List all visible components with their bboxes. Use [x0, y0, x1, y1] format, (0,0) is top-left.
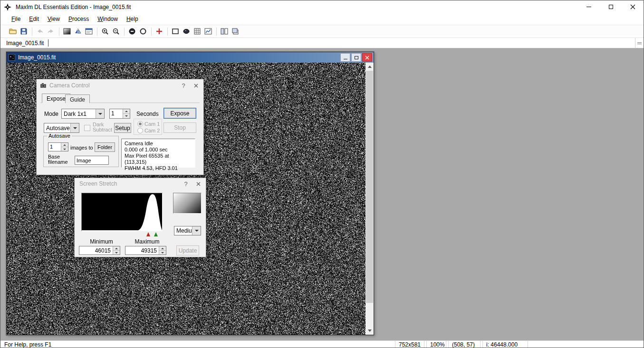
stretch-preview: [173, 193, 202, 214]
select-rectangle-button[interactable]: [170, 26, 181, 37]
image-window-close-button[interactable]: [362, 53, 372, 62]
mode-label: Mode: [44, 111, 58, 117]
cascade-windows-button[interactable]: [230, 26, 240, 37]
stop-button[interactable]: Stop: [163, 122, 196, 133]
seconds-label: Seconds: [136, 111, 159, 117]
minimum-marker-icon[interactable]: [146, 232, 150, 236]
arrow-up-icon: [368, 66, 372, 68]
screen-stretch-close-button[interactable]: [192, 179, 204, 188]
camera-icon: [183, 28, 190, 35]
autosave-mode-select[interactable]: Autosave: [44, 123, 79, 133]
histogram-panel: [81, 193, 163, 231]
tab-scroll-control[interactable]: [635, 38, 644, 48]
tab-guide[interactable]: Guide: [65, 94, 90, 103]
undo-button[interactable]: [35, 26, 45, 37]
flip-button[interactable]: [73, 26, 83, 37]
app-icon: [4, 3, 11, 11]
images-to-label: images to: [70, 145, 93, 150]
screen-stretch-icon: [63, 28, 71, 35]
pan-button[interactable]: [138, 26, 148, 37]
menu-window[interactable]: Window: [93, 14, 122, 24]
pan-icon: [139, 28, 147, 35]
camera-control-titlebar[interactable]: Camera Control ?: [37, 79, 203, 92]
spin-up-button[interactable]: [113, 246, 120, 251]
window-controls: [578, 0, 644, 13]
zoom-in-button[interactable]: [100, 26, 110, 37]
image-window-maximize-button[interactable]: [351, 53, 361, 62]
minimize-button[interactable]: [578, 0, 600, 13]
spin-up-button[interactable]: [123, 109, 130, 114]
menu-process[interactable]: Process: [64, 14, 93, 24]
maximum-value: 49315: [125, 246, 159, 254]
statusbar: For Help, press F1 752x581 100% (508, 57…: [0, 340, 644, 348]
maximum-marker-icon[interactable]: [154, 232, 158, 236]
spin-down-button[interactable]: [159, 251, 166, 254]
folder-button[interactable]: Folder: [95, 142, 115, 152]
cam2-radio[interactable]: [137, 128, 143, 133]
maximum-spinner[interactable]: 49315: [125, 246, 166, 255]
dark-subtract-checkbox[interactable]: [84, 125, 90, 131]
screen-stretch-help-button[interactable]: ?: [180, 179, 192, 188]
autosave-mode-value: Autosave: [44, 125, 70, 132]
image-window-titlebar[interactable]: Image_0015.fit: [7, 52, 374, 63]
stretch-preset-select[interactable]: Medium: [174, 226, 201, 235]
autosave-count-spinner[interactable]: 1: [48, 142, 68, 151]
close-icon: [194, 84, 198, 88]
spin-up-button[interactable]: [159, 246, 166, 251]
pixel-grid-button[interactable]: [192, 26, 202, 37]
close-icon: [630, 4, 635, 9]
screen-stretch-dialog: Screen Stretch ? Medium Minimum Ma: [74, 178, 206, 257]
image-window-minimize-button[interactable]: [340, 53, 350, 62]
maximize-icon: [609, 5, 613, 9]
mode-select[interactable]: Dark 1x1: [61, 109, 105, 119]
window-title: MaxIm DL Essentials Edition - Image_0015…: [16, 4, 131, 10]
mode-value: Dark 1x1: [62, 111, 96, 117]
graph-window-button[interactable]: [203, 26, 213, 37]
arrow-up-icon: [125, 111, 128, 112]
flip-vertical-icon: [74, 28, 82, 35]
camera-control-button[interactable]: [181, 26, 192, 37]
maximize-button[interactable]: [600, 0, 622, 13]
screen-stretch-button[interactable]: [62, 26, 72, 37]
spin-down-button[interactable]: [113, 251, 120, 254]
base-filename-input[interactable]: Image: [75, 156, 109, 165]
document-tabbar: Image_0015.fit: [0, 38, 644, 48]
scrollbar-thumb[interactable]: [366, 71, 373, 303]
open-button[interactable]: [8, 26, 18, 37]
scroll-up-button[interactable]: [365, 63, 374, 71]
tile-windows-button[interactable]: [219, 26, 230, 37]
zoom-reduce-button[interactable]: [127, 26, 137, 37]
setup-button[interactable]: Setup: [114, 123, 131, 133]
menu-file[interactable]: File: [7, 14, 25, 24]
camera-status-line4: FWHM 4.53, HFD 3.01: [125, 165, 192, 171]
save-button[interactable]: [19, 26, 29, 37]
screen-stretch-titlebar[interactable]: Screen Stretch ?: [75, 178, 206, 189]
close-icon: [196, 182, 201, 186]
vertical-scrollbar[interactable]: [365, 63, 374, 335]
save-icon: [20, 28, 28, 35]
spin-up-button[interactable]: [61, 143, 68, 147]
menu-edit[interactable]: Edit: [25, 14, 43, 24]
cam1-radio[interactable]: [137, 121, 143, 127]
expose-button[interactable]: Expose: [163, 108, 196, 119]
redo-button[interactable]: [46, 26, 56, 37]
exposure-time-spinner[interactable]: 1: [109, 109, 130, 119]
titlebar[interactable]: MaxIm DL Essentials Edition - Image_0015…: [0, 0, 644, 13]
spin-down-button[interactable]: [61, 147, 68, 151]
minimum-spinner[interactable]: 46015: [79, 246, 120, 255]
tab-image-0015[interactable]: Image_0015.fit: [0, 38, 48, 48]
maximum-label: Maximum: [127, 238, 167, 245]
menu-view[interactable]: View: [43, 14, 64, 24]
crosshair-button[interactable]: [154, 26, 164, 37]
spin-down-button[interactable]: [123, 114, 130, 118]
menu-help[interactable]: Help: [122, 14, 143, 24]
camera-control-help-button[interactable]: ?: [177, 81, 190, 90]
statusbar-image-size: 752x581: [395, 341, 424, 348]
camera-status-box: Camera Idle 0.000 of 1.000 sec Max Pixel…: [121, 139, 195, 168]
update-button[interactable]: Update: [176, 245, 199, 255]
information-button[interactable]: [84, 26, 94, 37]
camera-control-close-button[interactable]: [190, 81, 202, 90]
zoom-out-button[interactable]: [111, 26, 121, 37]
close-button[interactable]: [622, 0, 644, 13]
scroll-down-button[interactable]: [365, 327, 374, 335]
